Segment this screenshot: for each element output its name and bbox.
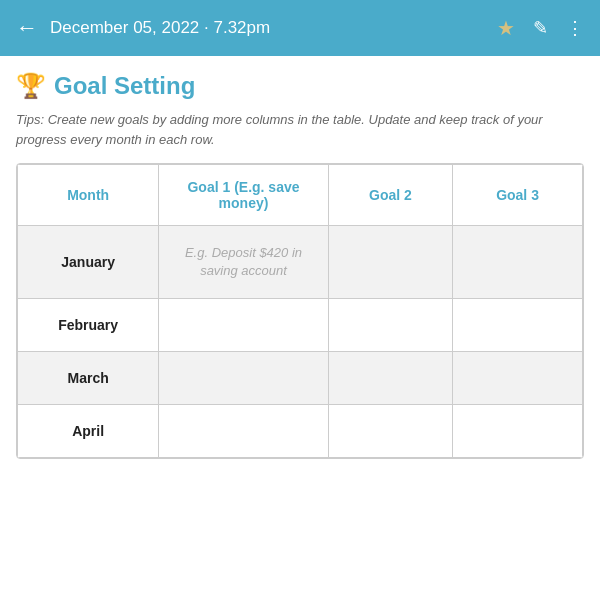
cell-goal3 — [453, 352, 583, 405]
cell-goal1 — [159, 299, 329, 352]
main-content: 🏆 Goal Setting Tips: Create new goals by… — [0, 56, 600, 459]
table-header-row: Month Goal 1 (E.g. save money) Goal 2 Go… — [18, 165, 583, 226]
cell-goal1 — [159, 405, 329, 458]
trophy-icon: 🏆 — [16, 72, 46, 100]
cell-month: April — [18, 405, 159, 458]
cell-goal1 — [159, 352, 329, 405]
more-icon[interactable]: ⋮ — [566, 17, 584, 39]
table-row: JanuaryE.g. Deposit $420 in saving accou… — [18, 226, 583, 299]
app-header: ← December 05, 2022 · 7.32pm ★ ✎ ⋮ — [0, 0, 600, 56]
col-goal2: Goal 2 — [328, 165, 452, 226]
cell-month: January — [18, 226, 159, 299]
cell-goal1: E.g. Deposit $420 in saving account — [159, 226, 329, 299]
cell-goal3 — [453, 226, 583, 299]
cell-goal3 — [453, 405, 583, 458]
col-goal3: Goal 3 — [453, 165, 583, 226]
edit-icon[interactable]: ✎ — [533, 17, 548, 39]
cell-month: March — [18, 352, 159, 405]
goals-table: Month Goal 1 (E.g. save money) Goal 2 Go… — [17, 164, 583, 458]
table-row: April — [18, 405, 583, 458]
table-row: February — [18, 299, 583, 352]
col-month: Month — [18, 165, 159, 226]
cell-goal2 — [328, 299, 452, 352]
placeholder-text: E.g. Deposit $420 in saving account — [185, 245, 302, 278]
title-row: 🏆 Goal Setting — [16, 72, 584, 100]
col-goal1: Goal 1 (E.g. save money) — [159, 165, 329, 226]
cell-goal2 — [328, 226, 452, 299]
tips-text: Tips: Create new goals by adding more co… — [16, 110, 584, 149]
cell-goal2 — [328, 352, 452, 405]
page-title: Goal Setting — [54, 72, 195, 100]
cell-goal2 — [328, 405, 452, 458]
header-title: December 05, 2022 · 7.32pm — [50, 18, 485, 38]
goals-table-wrapper: Month Goal 1 (E.g. save money) Goal 2 Go… — [16, 163, 584, 459]
star-icon[interactable]: ★ — [497, 16, 515, 40]
header-icons: ★ ✎ ⋮ — [497, 16, 584, 40]
cell-goal3 — [453, 299, 583, 352]
table-row: March — [18, 352, 583, 405]
cell-month: February — [18, 299, 159, 352]
back-button[interactable]: ← — [16, 17, 38, 39]
